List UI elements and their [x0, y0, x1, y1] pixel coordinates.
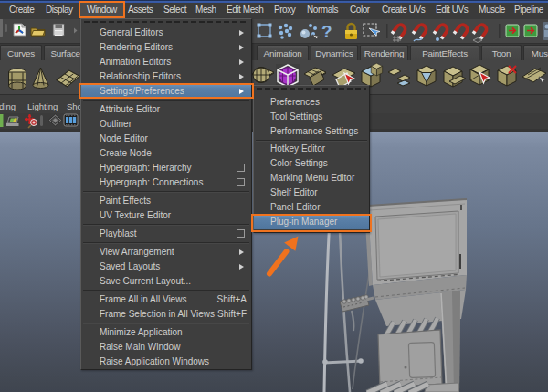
svg-text:?: ? — [321, 22, 332, 41]
